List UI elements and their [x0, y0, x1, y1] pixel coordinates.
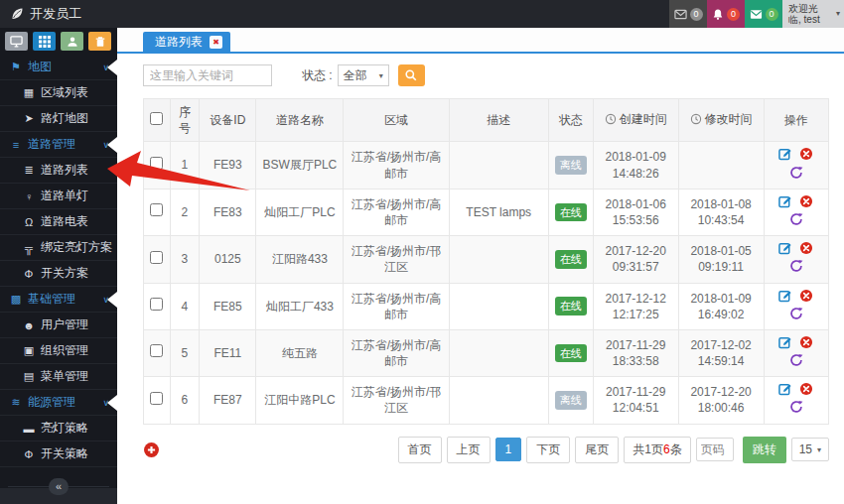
- welcome-text: 欢迎光临, test: [788, 3, 820, 25]
- delete-button[interactable]: [799, 335, 813, 353]
- edit-button[interactable]: [778, 147, 792, 165]
- app-brand: 开发员工: [0, 0, 81, 28]
- sidebar-item-user-management[interactable]: ☻ 用户管理: [0, 313, 117, 338]
- status-badge: 在线: [555, 203, 587, 222]
- sidebar-item-bind-lighting-scheme[interactable]: ╦ 绑定亮灯方案: [0, 235, 117, 261]
- edit-button[interactable]: [778, 335, 792, 353]
- alerts-badge-button[interactable]: 0: [707, 0, 745, 28]
- tab-bar: 道路列表 ✖: [117, 28, 844, 54]
- tab-road-list[interactable]: 道路列表 ✖: [143, 32, 230, 52]
- edit-button[interactable]: [778, 194, 792, 212]
- edit-button[interactable]: [778, 241, 792, 259]
- search-button[interactable]: [398, 64, 425, 86]
- select-all-checkbox[interactable]: [150, 112, 163, 125]
- tab-label: 道路列表: [155, 34, 203, 51]
- sidebar-item-region-list[interactable]: ▦ 区域列表: [0, 80, 117, 106]
- page-size-value: 15: [799, 442, 812, 456]
- current-page-button[interactable]: 1: [495, 438, 522, 461]
- sidebar-label: 能源管理: [28, 394, 75, 411]
- table-icon: ▦: [21, 86, 37, 99]
- road-table: 序号 设备ID 道路名称 区域 描述 状态 创建时间: [143, 98, 829, 425]
- table-footer: 首页 上页 1 下页 尾页 共1页6条 跳转 15 ▾: [143, 437, 829, 463]
- delete-button[interactable]: [799, 147, 813, 165]
- trash-button[interactable]: [88, 32, 111, 51]
- flag-icon: ⚑: [8, 61, 24, 73]
- delete-button[interactable]: [799, 382, 813, 400]
- col-modified: 修改时间: [678, 99, 764, 142]
- person-icon: [67, 36, 78, 48]
- sidebar-item-streetlamp-map[interactable]: ➤ 路灯地图: [0, 106, 117, 132]
- user-button[interactable]: [61, 32, 83, 51]
- grid-icon: [39, 36, 51, 48]
- next-page-button[interactable]: 下页: [526, 437, 570, 463]
- row-checkbox[interactable]: [150, 203, 163, 216]
- sidebar-section-basic-management[interactable]: ▩ 基础管理 ∨: [0, 287, 117, 313]
- sidebar-section-road-management[interactable]: ≡ 道路管理 ∨: [0, 132, 117, 158]
- refresh-button[interactable]: [789, 212, 803, 230]
- sidebar-item-switch-scheme[interactable]: Φ 开关方案: [0, 261, 117, 287]
- alerts-count: 0: [727, 8, 740, 21]
- status-select[interactable]: 全部 ▾: [338, 64, 389, 86]
- sidebar-item-menu-management[interactable]: ▤ 菜单管理: [0, 364, 117, 390]
- sidebar-item-road-single-lamp[interactable]: ♀ 道路单灯: [0, 184, 117, 209]
- delete-button[interactable]: [799, 194, 813, 212]
- row-checkbox[interactable]: [150, 344, 163, 357]
- collapse-sidebar-button[interactable]: «: [49, 478, 69, 495]
- filter-toolbar: 状态 : 全部 ▾: [143, 64, 844, 86]
- table-row: 5 FE11 纯五路 江苏省/扬州市/高邮市 在线 2017-11-29 18:…: [144, 329, 829, 376]
- topbar: 开发员工 0 0 0 欢迎光临, test ▾: [0, 0, 844, 28]
- sidebar-label: 绑定亮灯方案: [41, 239, 112, 256]
- app-title: 开发员工: [30, 5, 81, 23]
- refresh-button[interactable]: [789, 259, 803, 277]
- messages-count: 0: [690, 8, 703, 21]
- sidebar-label: 道路电表: [41, 213, 88, 230]
- refresh-button[interactable]: [789, 400, 803, 418]
- sidebar-item-lighting-strategy[interactable]: ▬ 亮灯策略: [0, 416, 117, 441]
- sidebar-label: 开关方案: [41, 265, 88, 282]
- edit-button[interactable]: [778, 382, 792, 400]
- sidebar-label: 菜单管理: [41, 368, 88, 385]
- col-operations: 操作: [764, 99, 829, 142]
- monitor-button[interactable]: [5, 32, 28, 51]
- messages-badge-button[interactable]: 0: [669, 0, 707, 28]
- edit-button[interactable]: [778, 289, 792, 307]
- active-section-notch: [107, 292, 117, 308]
- meter-icon: Ω: [21, 216, 37, 228]
- mail-badge-button[interactable]: 0: [745, 0, 782, 28]
- row-checkbox[interactable]: [150, 251, 163, 264]
- row-checkbox[interactable]: [150, 157, 163, 170]
- status-label: 状态 :: [302, 67, 333, 84]
- status-badge: 离线: [555, 391, 587, 410]
- delete-button[interactable]: [799, 241, 813, 259]
- grid-button[interactable]: [33, 32, 56, 51]
- page-size-select[interactable]: 15 ▾: [791, 438, 829, 461]
- location-arrow-icon: ➤: [21, 112, 37, 125]
- main-content: 道路列表 ✖ 状态 : 全部 ▾ 序号: [117, 28, 844, 504]
- sidebar-item-road-list[interactable]: ≣ 道路列表: [0, 158, 117, 184]
- sidebar-section-energy-management[interactable]: ≋ 能源管理 ∨: [0, 390, 117, 416]
- refresh-button[interactable]: [789, 353, 803, 371]
- menu-icon: ▤: [21, 370, 37, 383]
- prev-page-button[interactable]: 上页: [447, 437, 491, 463]
- close-icon[interactable]: ✖: [210, 36, 222, 49]
- chevron-down-icon: ▾: [379, 71, 383, 80]
- jump-button[interactable]: 跳转: [743, 437, 786, 463]
- sidebar-item-switch-strategy[interactable]: Φ 开关策略: [0, 441, 117, 467]
- sidebar-item-road-meter[interactable]: Ω 道路电表: [0, 209, 117, 235]
- row-checkbox[interactable]: [150, 298, 163, 311]
- add-road-button[interactable]: [143, 441, 160, 458]
- sidebar-section-map[interactable]: ⚑ 地图 ∨: [0, 55, 117, 80]
- sidebar-label: 道路单灯: [41, 188, 88, 204]
- page-number-input[interactable]: [696, 438, 734, 461]
- user-menu[interactable]: 欢迎光临, test ▾: [782, 0, 844, 28]
- delete-button[interactable]: [799, 289, 813, 307]
- rss-icon: ≋: [8, 396, 24, 409]
- last-page-button[interactable]: 尾页: [575, 437, 619, 463]
- row-checkbox[interactable]: [150, 392, 163, 405]
- refresh-button[interactable]: [789, 166, 803, 184]
- sidebar-label: 基础管理: [28, 291, 75, 308]
- refresh-button[interactable]: [789, 307, 803, 324]
- keyword-input[interactable]: [143, 64, 272, 86]
- sidebar-item-org-management[interactable]: ▣ 组织管理: [0, 338, 117, 364]
- first-page-button[interactable]: 首页: [398, 437, 442, 463]
